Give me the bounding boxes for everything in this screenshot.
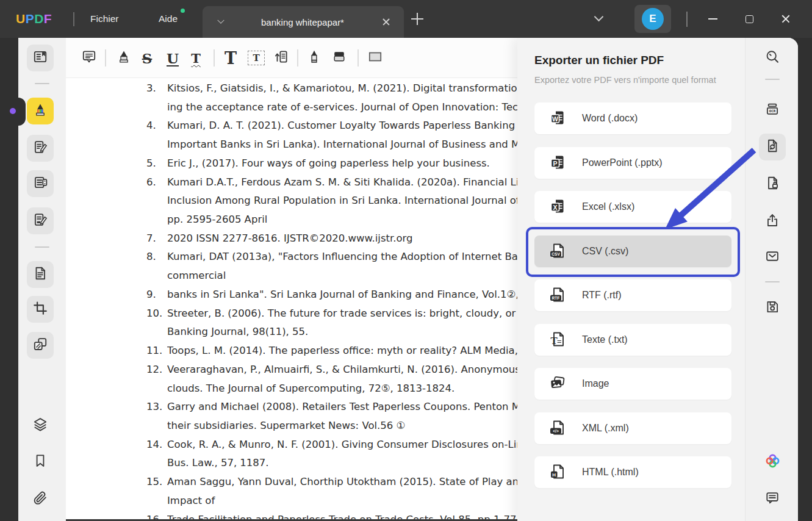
share-icon bbox=[764, 212, 780, 231]
export-option-rtf[interactable]: RTFRTF (.rtf) bbox=[534, 279, 731, 311]
svg-text:CSV: CSV bbox=[552, 251, 560, 256]
rtf-file-icon: RTF bbox=[549, 286, 567, 304]
svg-text:OCR: OCR bbox=[769, 109, 776, 113]
reference-number: 8. bbox=[146, 248, 167, 267]
save-icon bbox=[764, 299, 780, 317]
sidebar-divider bbox=[35, 83, 49, 84]
reader-view-icon bbox=[32, 49, 48, 67]
sidebar-divider bbox=[765, 79, 780, 80]
sidebar-item-crop-pages[interactable] bbox=[27, 296, 54, 323]
export-option-word[interactable]: WWord (.docx) bbox=[534, 102, 731, 134]
strikethrough-tool-button[interactable]: S bbox=[135, 46, 159, 70]
export-option-label: Word (.docx) bbox=[582, 113, 638, 124]
export-option-image[interactable]: Image bbox=[534, 368, 731, 400]
sidebar-item-bookmarks[interactable] bbox=[27, 448, 54, 475]
reference-number: 13. bbox=[146, 398, 167, 417]
reference-number: 3. bbox=[146, 79, 167, 98]
export-panel: Exporter un fichier PDF Exportez votre P… bbox=[517, 38, 746, 521]
export-option-excel[interactable]: XExcel (.xlsx) bbox=[534, 191, 731, 223]
powerpoint-file-icon: P bbox=[549, 154, 567, 172]
sidebar-handle[interactable] bbox=[18, 98, 26, 126]
sidebar-item-search[interactable] bbox=[759, 45, 786, 71]
send-email-icon bbox=[764, 248, 780, 267]
new-tab-button[interactable] bbox=[410, 12, 425, 26]
export-panel-title: Exporter un fichier PDF bbox=[534, 54, 730, 67]
sidebar-item-ai-assistant[interactable] bbox=[759, 448, 786, 475]
comment-tool-button[interactable] bbox=[77, 46, 101, 70]
reference-number bbox=[146, 135, 167, 154]
maximize-button[interactable] bbox=[735, 5, 763, 33]
underline-tool-button[interactable]: U bbox=[161, 46, 184, 70]
reference-number bbox=[146, 492, 167, 511]
sidebar-item-save[interactable] bbox=[759, 295, 786, 322]
texte-file-icon: T bbox=[549, 331, 567, 349]
word-file-icon: W bbox=[549, 109, 567, 128]
callout-tool-button[interactable] bbox=[270, 46, 293, 70]
reference-number: 16. bbox=[146, 511, 167, 519]
document-tab[interactable]: banking whitepapar* bbox=[203, 6, 404, 38]
text-box-tool-button[interactable]: T bbox=[245, 46, 268, 70]
comment-icon bbox=[81, 49, 97, 67]
sidebar-item-watermark[interactable] bbox=[27, 332, 54, 359]
toolbar-divider bbox=[214, 49, 215, 66]
sidebar-item-organize-pages[interactable] bbox=[27, 170, 54, 197]
menu-fichier[interactable]: Fichier bbox=[90, 0, 119, 38]
minimize-button[interactable] bbox=[699, 5, 727, 33]
sidebar-item-send-email[interactable] bbox=[759, 244, 786, 271]
sidebar-item-attachments[interactable] bbox=[27, 486, 54, 512]
highlight-tool-button[interactable] bbox=[112, 46, 135, 70]
watermark-icon bbox=[32, 336, 48, 354]
search-icon bbox=[764, 49, 780, 67]
sidebar-item-protect-pdf[interactable] bbox=[759, 171, 786, 198]
menu-aide[interactable]: Aide bbox=[159, 0, 178, 38]
rectangle-shape-tool-button[interactable] bbox=[364, 46, 387, 70]
eraser-tool-button[interactable] bbox=[328, 46, 351, 70]
reference-number: 4. bbox=[146, 117, 167, 135]
close-window-button[interactable] bbox=[772, 5, 800, 33]
sidebar-item-summarize-document[interactable] bbox=[27, 261, 54, 288]
reference-number bbox=[146, 417, 167, 436]
reference-number: 7. bbox=[146, 229, 167, 248]
reference-number bbox=[146, 267, 167, 286]
updf-logo: UPDF bbox=[16, 0, 52, 38]
text-box-icon: T bbox=[248, 51, 264, 65]
sidebar-item-export-convert[interactable] bbox=[759, 134, 786, 160]
reference-number: 10. bbox=[146, 304, 167, 323]
logo-letter: F bbox=[44, 12, 52, 26]
fill-and-sign-icon bbox=[32, 212, 48, 230]
sidebar-item-feedback[interactable] bbox=[759, 486, 786, 512]
export-option-html[interactable]: HHTML (.html) bbox=[534, 456, 731, 488]
sidebar-item-fill-and-sign[interactable] bbox=[27, 207, 54, 234]
text-tool-button[interactable]: T bbox=[219, 46, 242, 70]
reference-number: 14. bbox=[146, 436, 167, 455]
squiggly-underline-icon: T bbox=[191, 52, 201, 65]
summarize-document-icon bbox=[32, 265, 48, 284]
export-option-powerpoint[interactable]: PPowerPoint (.pptx) bbox=[534, 147, 731, 179]
ocr-icon: OCR bbox=[764, 101, 780, 120]
window-controls-divider bbox=[686, 12, 688, 27]
titlebar-divider bbox=[73, 12, 74, 26]
tab-close-icon[interactable] bbox=[382, 18, 390, 26]
export-option-csv[interactable]: CSVCSV (.csv) bbox=[534, 235, 731, 267]
sidebar-item-reader-view[interactable] bbox=[27, 45, 54, 71]
reference-number: 9. bbox=[146, 286, 167, 304]
sidebar-item-edit-pdf[interactable] bbox=[27, 135, 54, 162]
bookmarks-icon bbox=[32, 453, 48, 471]
account-button[interactable]: E bbox=[634, 5, 671, 33]
export-option-label: Texte (.txt) bbox=[582, 334, 628, 345]
reference-number bbox=[146, 454, 167, 473]
sidebar-item-layers[interactable] bbox=[27, 412, 54, 439]
reference-number: 6. bbox=[146, 173, 167, 192]
titlebar-chevron-down-icon[interactable] bbox=[594, 12, 604, 22]
squiggly-underline-tool-button[interactable]: T bbox=[184, 46, 207, 70]
toolbar-divider bbox=[297, 49, 298, 66]
export-option-label: Image bbox=[582, 378, 609, 389]
export-option-texte[interactable]: TTexte (.txt) bbox=[534, 324, 731, 356]
export-option-xml[interactable]: </>XML (.xml) bbox=[534, 412, 731, 444]
sidebar-item-ocr[interactable]: OCR bbox=[759, 97, 786, 124]
sidebar-item-annotate-highlighter[interactable] bbox=[27, 98, 54, 124]
pencil-tool-button[interactable] bbox=[303, 46, 326, 70]
svg-text:P: P bbox=[553, 159, 557, 167]
sidebar-item-share[interactable] bbox=[759, 208, 786, 235]
edge-indicator-dot bbox=[10, 108, 16, 114]
